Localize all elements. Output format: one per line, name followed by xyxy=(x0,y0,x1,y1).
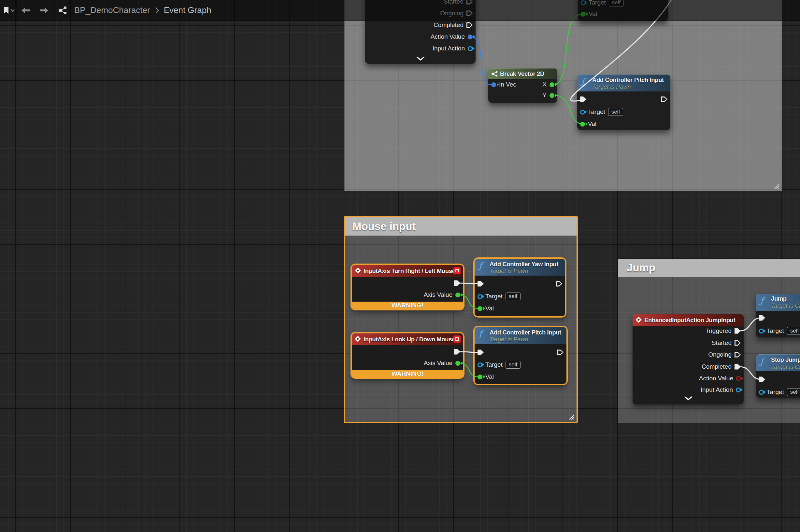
exec-in-pin[interactable] xyxy=(477,281,484,287)
pin-label: Triggered xyxy=(705,327,732,335)
function-icon: ƒ xyxy=(479,261,482,270)
pin-label: Axis Value xyxy=(424,360,452,367)
node-title: Jump xyxy=(771,295,787,302)
node-add-controller-pitch-input-top[interactable]: ƒ Add Controller Pitch Input Target is P… xyxy=(577,75,670,130)
node-enhancedinputaction-jumpinput[interactable]: EnhancedInputAction JumpInput Triggered … xyxy=(633,314,744,404)
comment-title-bar[interactable]: Jump xyxy=(618,259,800,277)
float-pin[interactable] xyxy=(549,93,554,98)
self-reference-box[interactable]: self xyxy=(506,292,521,300)
node-inputaxis-look-up-down-mouse[interactable]: InputAxis Look Up / Down Mouse Axis Valu… xyxy=(352,333,463,377)
pin-label: Val xyxy=(485,373,494,380)
exec-in-pin[interactable] xyxy=(580,96,586,102)
node-title: Stop Jumping xyxy=(771,356,800,363)
exec-out-pin[interactable] xyxy=(661,96,668,102)
collapse-chevron-icon[interactable] xyxy=(416,56,425,61)
pin-label: Y xyxy=(542,92,547,99)
exec-in-pin[interactable] xyxy=(759,376,765,383)
object-pin[interactable] xyxy=(580,110,585,115)
object-pin[interactable] xyxy=(477,362,483,367)
pin-label: Started xyxy=(712,339,732,346)
exec-out-pin[interactable] xyxy=(734,328,741,334)
pin-label: Action Value xyxy=(699,375,733,382)
forward-button[interactable] xyxy=(35,0,53,20)
graph-toolbar: BP_DemoCharacter Event Graph xyxy=(0,0,800,21)
back-button[interactable] xyxy=(17,0,35,20)
input-event-badge-icon xyxy=(453,267,460,274)
bookmark-icon xyxy=(3,6,9,14)
exec-out-pin[interactable] xyxy=(734,340,741,346)
pin-label: Ongoing xyxy=(708,351,732,358)
pin-label: Completed xyxy=(702,363,732,370)
self-reference-box[interactable]: self xyxy=(608,108,623,116)
node-title: Add Controller Pitch Input xyxy=(592,76,664,83)
pin-label: Completed xyxy=(434,21,463,28)
node-subtitle: Target is Character xyxy=(771,364,800,370)
bookmark-button[interactable] xyxy=(2,0,16,20)
exec-out-pin[interactable] xyxy=(454,348,460,355)
object-pin[interactable] xyxy=(759,390,764,395)
bool-pin[interactable] xyxy=(736,376,741,381)
comment-resize-handle-icon[interactable] xyxy=(773,183,780,189)
exec-out-pin[interactable] xyxy=(467,22,473,28)
comment-mouse-input[interactable]: Mouse input xyxy=(344,216,578,423)
exec-out-pin[interactable] xyxy=(556,281,562,287)
comment-title: Jump xyxy=(627,262,655,274)
node-add-controller-yaw-input[interactable]: ƒ Add Controller Yaw Input Target is Paw… xyxy=(475,259,565,316)
pin-label: Input Action xyxy=(701,386,733,393)
graph-type-icon xyxy=(53,0,72,20)
self-reference-box[interactable]: self xyxy=(787,388,800,396)
float-pin[interactable] xyxy=(477,306,483,311)
float-pin[interactable] xyxy=(549,82,554,87)
exec-out-pin[interactable] xyxy=(734,352,741,358)
pin-label: Target xyxy=(767,388,784,396)
vector2d-pin[interactable] xyxy=(468,35,473,39)
node-title: Add Controller Pitch Input xyxy=(490,329,561,336)
pin-label: Action Value xyxy=(431,33,465,40)
self-reference-box[interactable]: self xyxy=(506,361,521,369)
self-reference-box[interactable]: self xyxy=(787,327,800,335)
float-pin[interactable] xyxy=(455,361,460,366)
exec-in-pin[interactable] xyxy=(477,349,484,356)
warning-banner: WARNING! xyxy=(352,302,463,309)
exec-in-pin[interactable] xyxy=(759,315,765,321)
node-add-controller-pitch-input-bottom[interactable]: ƒ Add Controller Pitch Input Target is P… xyxy=(475,327,566,384)
node-break-vector-2d[interactable]: Break Vector 2D In Vec X Y xyxy=(488,68,557,103)
breadcrumb-item-event-graph[interactable]: Event Graph xyxy=(164,5,212,15)
object-pin[interactable] xyxy=(477,294,483,299)
node-subtitle: Target is Character xyxy=(771,303,800,309)
node-jump[interactable]: ƒ Jump Target is Character Target self xyxy=(756,294,800,338)
node-title: Add Controller Yaw Input xyxy=(490,261,558,268)
pin-label: In Vec xyxy=(499,81,516,88)
node-stop-jumping[interactable]: ƒ Stop Jumping Target is Character Targe… xyxy=(756,354,800,398)
back-arrow-icon xyxy=(20,7,31,14)
node-title: InputAxis Turn Right / Left Mouse xyxy=(364,267,455,274)
object-pin[interactable] xyxy=(736,387,741,393)
pin-label: Target xyxy=(485,361,503,368)
warning-text: WARNING! xyxy=(392,370,423,377)
comment-title-bar[interactable]: Mouse input xyxy=(345,217,577,235)
comment-resize-handle-icon[interactable] xyxy=(568,414,575,420)
exec-out-pin[interactable] xyxy=(454,280,460,286)
exec-out-pin[interactable] xyxy=(734,363,741,370)
exec-out-pin[interactable] xyxy=(557,349,564,356)
chevron-down-icon xyxy=(11,9,15,12)
object-pin[interactable] xyxy=(468,46,473,51)
pin-label: X xyxy=(542,81,547,88)
object-pin[interactable] xyxy=(759,329,764,334)
comment-title: Mouse input xyxy=(352,220,416,233)
pin-label: Val xyxy=(485,305,494,312)
float-pin[interactable] xyxy=(477,375,483,379)
event-graph-canvas[interactable]: Mouse input Jump Started Ongoing Complet… xyxy=(0,0,800,532)
float-pin[interactable] xyxy=(580,122,585,127)
forward-arrow-icon xyxy=(39,7,49,14)
node-title: Break Vector 2D xyxy=(500,70,544,77)
pin-label: Input Action xyxy=(433,45,465,52)
node-inputaxis-turn-right-left-mouse[interactable]: InputAxis Turn Right / Left Mouse Axis V… xyxy=(352,265,463,309)
collapse-chevron-icon[interactable] xyxy=(684,396,692,401)
warning-text: WARNING! xyxy=(392,302,423,309)
vector2d-pin[interactable] xyxy=(491,82,496,87)
breadcrumb-separator-icon xyxy=(155,7,159,14)
node-subtitle: Target is Pawn xyxy=(490,268,528,274)
float-pin[interactable] xyxy=(455,292,460,298)
breadcrumb-item-blueprint[interactable]: BP_DemoCharacter xyxy=(74,5,150,15)
